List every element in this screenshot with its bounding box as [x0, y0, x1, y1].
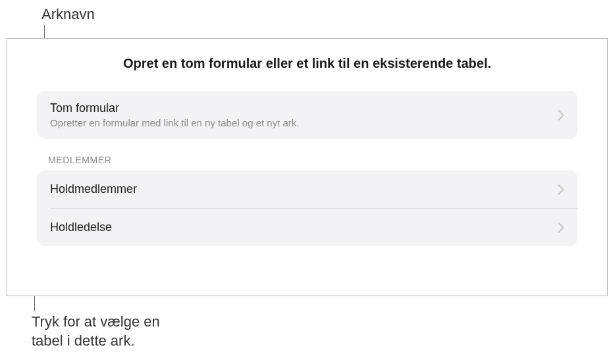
- table-row[interactable]: Holdledelse: [50, 209, 577, 246]
- blank-form-content: Tom formular Opretter en formular med li…: [50, 101, 558, 128]
- callout-bottom-line2: tabel i dette ark.: [32, 332, 160, 351]
- chevron-right-icon: [558, 110, 564, 120]
- table-row-label: Holdmedlemmer: [50, 182, 558, 196]
- table-row-content: Holdledelse: [50, 221, 558, 234]
- blank-form-subtitle: Opretter en formular med link til en ny …: [50, 117, 558, 128]
- chevron-right-icon: [558, 222, 564, 233]
- table-row-content: Holdmedlemmer: [50, 182, 558, 196]
- panel-title: Opret en tom formular eller et link til …: [7, 56, 607, 71]
- table-row[interactable]: Holdmedlemmer: [37, 170, 577, 208]
- callout-tap-to-select: Tryk for at vælge en tabel i dette ark.: [32, 313, 160, 350]
- callout-arknavn: Arknavn: [41, 5, 95, 24]
- blank-form-title: Tom formular: [50, 101, 558, 115]
- tables-list: Holdmedlemmer Holdledelse: [37, 170, 577, 246]
- form-setup-panel: Opret en tom formular eller et link til …: [7, 38, 608, 296]
- section-header-members: MEDLEMMER: [48, 155, 577, 165]
- callout-bottom-line1: Tryk for at vælge en: [32, 313, 160, 332]
- chevron-right-icon: [558, 184, 564, 195]
- blank-form-option[interactable]: Tom formular Opretter en formular med li…: [37, 91, 577, 139]
- table-row-label: Holdledelse: [50, 221, 558, 234]
